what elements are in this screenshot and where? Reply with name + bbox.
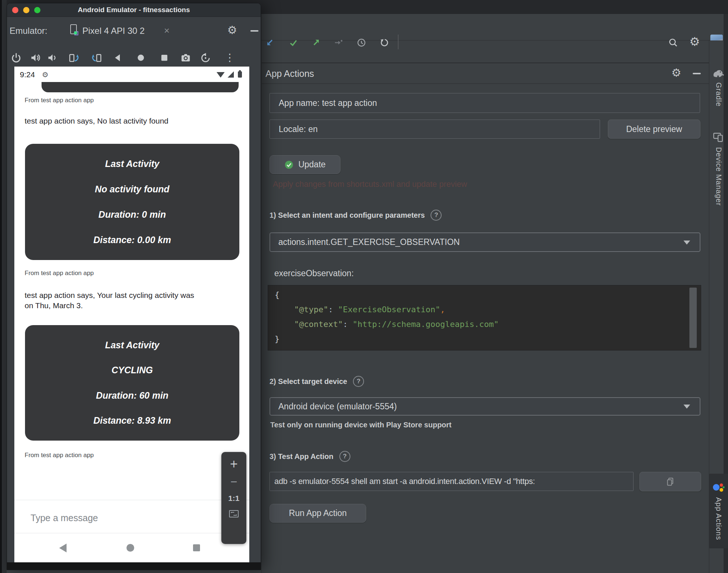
vcs-push-icon[interactable] <box>311 38 321 48</box>
zoom-out-button[interactable]: − <box>231 476 238 487</box>
message-sender-label: From test app action app <box>25 452 94 459</box>
card-title: Last Activity <box>105 340 160 350</box>
copy-icon <box>666 477 674 486</box>
update-hint-text: Apply changes from shortcuts.xml and upd… <box>273 179 467 189</box>
app-name-value: App name: test app action <box>279 98 377 108</box>
overview-button-icon[interactable] <box>159 52 170 63</box>
device-manager-icon <box>713 132 724 143</box>
android-recents-icon[interactable] <box>193 544 200 551</box>
assistant-icon <box>712 482 725 493</box>
card-activity: No activity found <box>95 184 169 195</box>
code-scrollbar[interactable] <box>689 288 697 348</box>
target-device-value: Android device (emulator-5554) <box>278 402 397 412</box>
tab-device-manager[interactable]: Device Manager <box>709 132 728 206</box>
settings-gear-icon[interactable]: ⚙ <box>689 35 700 49</box>
rotate-left-icon[interactable] <box>68 52 79 63</box>
desktop-edge <box>0 0 7 573</box>
status-bar-clock: 9:24 <box>20 70 35 79</box>
update-label: Update <box>298 160 325 170</box>
delete-preview-button[interactable]: Delete preview <box>608 120 700 139</box>
android-home-icon[interactable] <box>126 544 134 552</box>
message-sender-label: From test app action app <box>25 270 94 277</box>
intent-dropdown[interactable]: actions.intent.GET_EXERCISE_OBSERVATION <box>270 232 700 252</box>
toolbar-separator <box>398 35 399 49</box>
tab-gradle[interactable]: Gradle <box>709 68 728 107</box>
screenshot-camera-icon[interactable] <box>180 52 191 63</box>
target-device-dropdown[interactable]: Android device (emulator-5554) <box>270 397 700 416</box>
home-button-icon[interactable] <box>135 52 146 63</box>
panel-settings-gear-icon[interactable]: ⚙ <box>671 66 681 79</box>
scrolled-card-remnant <box>42 82 239 92</box>
emulator-minimize-icon[interactable] <box>250 30 258 32</box>
device-tab[interactable]: Pixel 4 API 30 2 <box>82 26 144 36</box>
history-icon[interactable] <box>356 38 367 48</box>
emulator-titlebar[interactable]: Android Emulator - fitnessactions <box>7 3 261 17</box>
card-duration: Duration: 60 min <box>96 390 168 401</box>
emulator-settings-gear-icon[interactable]: ⚙ <box>227 24 237 36</box>
vcs-commit-icon[interactable] <box>288 38 299 48</box>
chat-message: test app action says, Your last cycling … <box>25 290 196 311</box>
phone-bottom-bezel <box>7 562 261 570</box>
copy-command-button[interactable] <box>639 472 701 491</box>
intent-dropdown-caret-icon <box>684 241 690 245</box>
more-options-kebab-icon[interactable]: ⋮ <box>224 52 235 63</box>
vcs-update-icon[interactable] <box>265 38 275 48</box>
card-activity: CYCLING <box>111 365 153 376</box>
exercise-observation-json-editor[interactable]: { "@type": "ExerciseObservation", "@cont… <box>268 285 701 350</box>
app-actions-panel-header: App Actions ⚙ <box>262 63 709 84</box>
tab-gradle-label: Gradle <box>714 82 723 107</box>
locale-value: Locale: en <box>279 124 318 134</box>
rollback-icon[interactable] <box>379 38 389 48</box>
emulator-window: Android Emulator - fitnessactions Emulat… <box>7 3 261 570</box>
step1-text: 1) Select an intent and configure parame… <box>270 211 425 220</box>
device-dropdown-caret-icon <box>684 405 690 409</box>
json-code: { "@type": "ExerciseObservation", "@cont… <box>275 288 701 346</box>
step1-help-icon[interactable]: ? <box>431 210 442 221</box>
emulator-controls-toolbar: ⋮ <box>7 45 261 67</box>
rotate-right-icon[interactable] <box>91 52 102 63</box>
tab-app-actions[interactable]: App Actions <box>709 474 728 548</box>
android-back-icon[interactable] <box>59 544 67 552</box>
adb-command-field[interactable]: adb -s emulator-5554 shell am start -a a… <box>270 472 634 491</box>
panel-left-border <box>261 14 262 573</box>
navbar-top-divider <box>14 533 249 533</box>
power-button-icon[interactable] <box>11 52 22 63</box>
activity-card-cycling: Last Activity CYCLING Duration: 60 min D… <box>25 325 239 441</box>
activity-card-no-activity: Last Activity No activity found Duration… <box>25 144 239 260</box>
gradle-elephant-icon <box>712 68 725 78</box>
step1-section-label: 1) Select an intent and configure parame… <box>270 210 442 221</box>
composer-top-divider <box>14 500 249 500</box>
update-button[interactable]: Update <box>270 155 340 174</box>
search-icon[interactable] <box>668 38 678 48</box>
step3-text: 3) Test App Action <box>270 452 333 461</box>
volume-up-icon[interactable] <box>30 52 41 63</box>
adb-command-value: adb -s emulator-5554 shell am start -a a… <box>274 477 535 486</box>
zoom-in-button[interactable]: + <box>230 457 238 471</box>
panel-minimize-icon[interactable] <box>693 73 701 74</box>
step2-text: 2) Select target device <box>270 377 347 386</box>
back-button-icon[interactable] <box>113 52 124 63</box>
message-input[interactable] <box>31 510 178 526</box>
snapshot-restore-icon[interactable] <box>200 52 211 63</box>
zoom-fit-button[interactable] <box>229 510 239 517</box>
parameter-label: exerciseObservation: <box>274 268 354 278</box>
step2-section-label: 2) Select target device ? <box>270 376 364 387</box>
emulator-dock-label: Emulator: <box>10 26 47 36</box>
chat-message: test app action says, No last activity f… <box>25 116 168 126</box>
step3-help-icon[interactable]: ? <box>339 451 350 462</box>
vcs-patch-icon[interactable] <box>333 38 343 48</box>
app-name-field[interactable]: App name: test app action <box>270 93 700 113</box>
device-online-dot-icon <box>74 31 77 35</box>
zoom-actual-size-button[interactable]: 1:1 <box>228 494 239 503</box>
card-distance: Distance: 0.00 km <box>93 235 171 245</box>
emulator-tab-row: Emulator: Pixel 4 API 30 2 × ⚙ <box>7 17 261 45</box>
intent-value: actions.intent.GET_EXERCISE_OBSERVATION <box>278 237 460 247</box>
device-tab-close-icon[interactable]: × <box>164 25 169 36</box>
volume-down-icon[interactable] <box>46 52 57 63</box>
delete-preview-label: Delete preview <box>626 124 682 134</box>
device-screen: 9:24 ⚙ From test app action app test app… <box>14 67 249 562</box>
locale-field[interactable]: Locale: en <box>270 120 600 139</box>
card-title: Last Activity <box>105 159 160 169</box>
run-app-action-button[interactable]: Run App Action <box>270 504 366 523</box>
step2-help-icon[interactable]: ? <box>353 376 364 387</box>
